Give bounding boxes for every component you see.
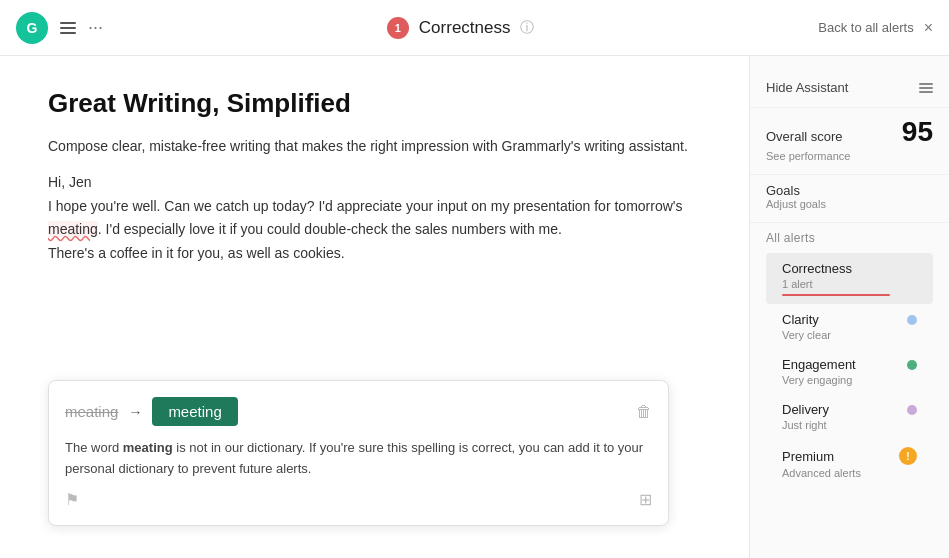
paragraph-2: Hi, Jen I hope you're well. Can we catch… bbox=[48, 171, 701, 266]
suggestion-body: The word meating is not in our dictionar… bbox=[65, 438, 652, 480]
alert-name-clarity: Clarity bbox=[782, 312, 819, 327]
hide-assistant-row: Hide Assistant bbox=[750, 72, 949, 108]
suggestion-card: meating → meeting 🗑 The word meating is … bbox=[48, 380, 669, 526]
arrow-icon: → bbox=[128, 404, 142, 420]
close-icon[interactable]: × bbox=[924, 19, 933, 37]
right-panel: Hide Assistant Overall score 95 See perf… bbox=[749, 56, 949, 558]
clarity-dot bbox=[907, 315, 917, 325]
suggestion-misspelled: meating bbox=[123, 440, 173, 455]
alert-item-correctness[interactable]: Correctness 1 alert bbox=[766, 253, 933, 304]
alert-sub-correctness: 1 alert bbox=[782, 278, 917, 290]
hamburger-icon[interactable] bbox=[56, 18, 80, 38]
alert-item-header-correctness: Correctness bbox=[782, 261, 917, 276]
alert-name-premium: Premium bbox=[782, 449, 834, 464]
alert-sub-premium: Advanced alerts bbox=[782, 467, 917, 479]
top-bar: G ··· 1 Correctness ⓘ Back to all alerts… bbox=[0, 0, 949, 56]
premium-badge: ! bbox=[899, 447, 917, 465]
alert-item-header-clarity: Clarity bbox=[782, 312, 917, 327]
alert-item-premium[interactable]: Premium ! Advanced alerts bbox=[766, 439, 933, 487]
main-content: Great Writing, Simplified Compose clear,… bbox=[0, 56, 949, 558]
goals-label: Goals bbox=[766, 183, 800, 198]
misspelled-word: meating bbox=[48, 221, 98, 237]
see-performance-link[interactable]: See performance bbox=[766, 150, 933, 162]
alert-name-delivery: Delivery bbox=[782, 402, 829, 417]
alert-item-engagement[interactable]: Engagement Very engaging bbox=[766, 349, 933, 394]
correctness-underline bbox=[782, 294, 890, 296]
editor-area: Great Writing, Simplified Compose clear,… bbox=[0, 56, 749, 558]
document-title: Great Writing, Simplified bbox=[48, 88, 701, 119]
add-to-dictionary-icon[interactable]: ⊞ bbox=[639, 490, 652, 509]
top-bar-left: G ··· bbox=[16, 12, 103, 44]
all-alerts-label: All alerts bbox=[766, 231, 933, 245]
grammarly-logo: G bbox=[16, 12, 48, 44]
alert-sub-delivery: Just right bbox=[782, 419, 917, 431]
all-alerts-section: All alerts Correctness 1 alert Clarity V… bbox=[750, 223, 949, 499]
score-row: Overall score 95 bbox=[766, 116, 933, 148]
info-icon[interactable]: ⓘ bbox=[520, 19, 534, 37]
overall-score-label: Overall score bbox=[766, 129, 843, 144]
delivery-dot bbox=[907, 405, 917, 415]
delete-icon[interactable]: 🗑 bbox=[636, 403, 652, 421]
overall-score-section: Overall score 95 See performance bbox=[750, 108, 949, 175]
document-body: Compose clear, mistake-free writing that… bbox=[48, 135, 701, 266]
ellipsis-icon[interactable]: ··· bbox=[88, 17, 103, 38]
suggestion-bottom: ⚑ ⊞ bbox=[65, 490, 652, 509]
alert-sub-clarity: Very clear bbox=[782, 329, 917, 341]
top-bar-right: Back to all alerts × bbox=[818, 19, 933, 37]
word-old: meating bbox=[65, 403, 118, 420]
flag-icon[interactable]: ⚑ bbox=[65, 490, 79, 509]
adjust-goals-link[interactable]: Adjust goals bbox=[766, 198, 933, 210]
alert-item-header-premium: Premium ! bbox=[782, 447, 917, 465]
word-new[interactable]: meeting bbox=[152, 397, 237, 426]
panel-lines-icon[interactable] bbox=[919, 83, 933, 93]
alert-count-badge: 1 bbox=[387, 17, 409, 39]
top-bar-center: 1 Correctness ⓘ bbox=[387, 17, 535, 39]
alert-name-engagement: Engagement bbox=[782, 357, 856, 372]
alert-sub-engagement: Very engaging bbox=[782, 374, 917, 386]
back-to-alerts-link[interactable]: Back to all alerts bbox=[818, 20, 913, 35]
goals-row: Goals bbox=[766, 183, 933, 198]
alert-item-header-engagement: Engagement bbox=[782, 357, 917, 372]
hide-assistant-label[interactable]: Hide Assistant bbox=[766, 80, 848, 95]
goals-section: Goals Adjust goals bbox=[750, 175, 949, 223]
correctness-title: Correctness bbox=[419, 18, 511, 38]
alert-item-delivery[interactable]: Delivery Just right bbox=[766, 394, 933, 439]
suggestion-top: meating → meeting 🗑 bbox=[65, 397, 652, 426]
alert-item-header-delivery: Delivery bbox=[782, 402, 917, 417]
overall-score-value: 95 bbox=[902, 116, 933, 148]
paragraph-1: Compose clear, mistake-free writing that… bbox=[48, 135, 701, 159]
alert-item-clarity[interactable]: Clarity Very clear bbox=[766, 304, 933, 349]
suggestion-words: meating → meeting bbox=[65, 397, 238, 426]
engagement-dot bbox=[907, 360, 917, 370]
alert-name-correctness: Correctness bbox=[782, 261, 852, 276]
